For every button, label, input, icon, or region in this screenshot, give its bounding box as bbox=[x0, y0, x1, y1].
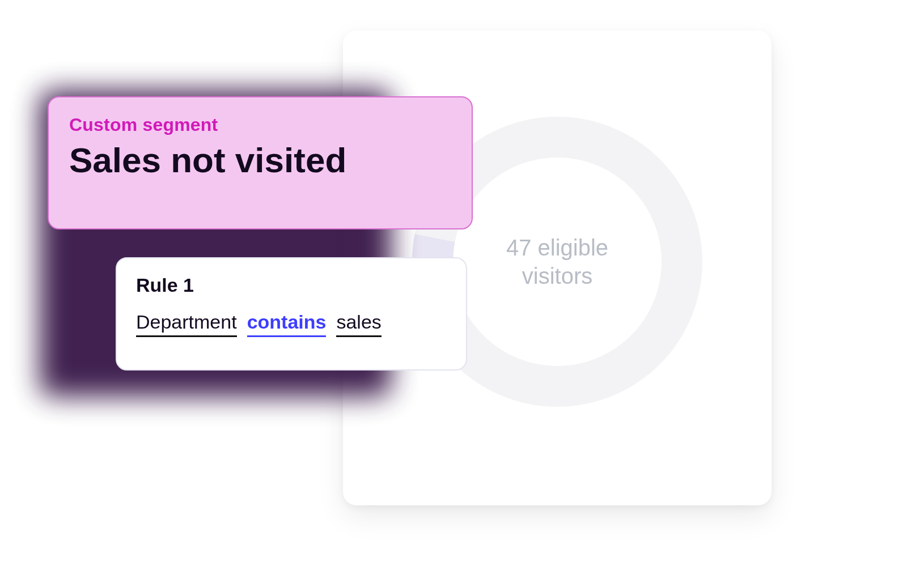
segment-eyebrow: Custom segment bbox=[69, 114, 451, 135]
rule-expression: Department contains sales bbox=[136, 311, 447, 337]
eligible-visitors-line2: visitors bbox=[506, 262, 608, 290]
rule-card[interactable]: Rule 1 Department contains sales bbox=[116, 257, 467, 371]
rule-operator-token[interactable]: contains bbox=[247, 311, 327, 337]
rule-value-token[interactable]: sales bbox=[336, 311, 381, 337]
rule-field-token[interactable]: Department bbox=[136, 311, 237, 337]
rule-title: Rule 1 bbox=[136, 274, 447, 296]
eligible-visitors-line1: 47 eligible bbox=[506, 233, 608, 262]
eligible-visitors-label: 47 eligible visitors bbox=[506, 233, 608, 290]
segment-card[interactable]: Custom segment Sales not visited bbox=[48, 96, 473, 229]
segment-title: Sales not visited bbox=[69, 141, 451, 180]
